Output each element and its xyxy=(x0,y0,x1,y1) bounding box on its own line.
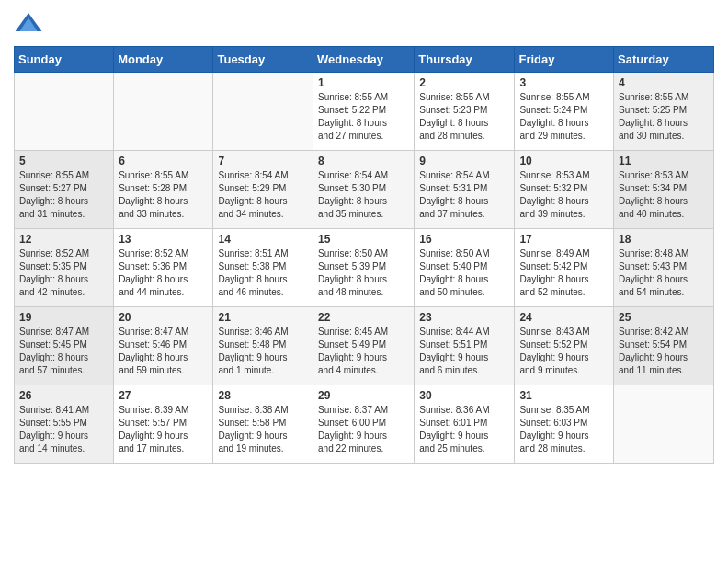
day-info: Sunrise: 8:43 AM Sunset: 5:52 PM Dayligh… xyxy=(519,326,609,377)
day-info: Sunrise: 8:52 AM Sunset: 5:36 PM Dayligh… xyxy=(119,247,208,299)
calendar-cell: 31Sunrise: 8:35 AM Sunset: 6:03 PM Dayli… xyxy=(515,385,614,464)
day-info: Sunrise: 8:55 AM Sunset: 5:24 PM Dayligh… xyxy=(519,91,609,143)
day-info: Sunrise: 8:51 AM Sunset: 5:38 PM Dayligh… xyxy=(218,247,308,299)
day-number: 8 xyxy=(318,155,409,167)
calendar-cell: 28Sunrise: 8:38 AM Sunset: 5:58 PM Dayli… xyxy=(213,385,313,464)
calendar-cell: 11Sunrise: 8:53 AM Sunset: 5:34 PM Dayli… xyxy=(614,151,714,229)
day-info: Sunrise: 8:52 AM Sunset: 5:35 PM Dayligh… xyxy=(19,247,108,299)
day-info: Sunrise: 8:44 AM Sunset: 5:51 PM Dayligh… xyxy=(419,326,509,377)
calendar-cell: 25Sunrise: 8:42 AM Sunset: 5:54 PM Dayli… xyxy=(614,307,714,385)
page-header xyxy=(14,9,714,39)
calendar-cell: 7Sunrise: 8:54 AM Sunset: 5:29 PM Daylig… xyxy=(213,151,313,229)
calendar-cell xyxy=(15,73,114,151)
day-info: Sunrise: 8:38 AM Sunset: 5:58 PM Dayligh… xyxy=(218,404,308,455)
day-info: Sunrise: 8:55 AM Sunset: 5:22 PM Dayligh… xyxy=(318,91,409,143)
day-number: 3 xyxy=(519,76,609,89)
calendar-header: SundayMondayTuesdayWednesdayThursdayFrid… xyxy=(15,47,714,73)
day-number: 15 xyxy=(318,233,409,246)
day-number: 14 xyxy=(218,233,308,246)
day-number: 29 xyxy=(318,389,409,402)
day-number: 9 xyxy=(419,155,509,167)
day-number: 12 xyxy=(19,233,108,246)
day-info: Sunrise: 8:37 AM Sunset: 6:00 PM Dayligh… xyxy=(318,404,409,455)
day-info: Sunrise: 8:42 AM Sunset: 5:54 PM Dayligh… xyxy=(619,326,709,377)
day-info: Sunrise: 8:49 AM Sunset: 5:42 PM Dayligh… xyxy=(519,247,609,299)
calendar-cell: 29Sunrise: 8:37 AM Sunset: 6:00 PM Dayli… xyxy=(313,385,415,464)
calendar-cell: 1Sunrise: 8:55 AM Sunset: 5:22 PM Daylig… xyxy=(313,73,415,151)
day-number: 19 xyxy=(19,311,108,324)
day-number: 6 xyxy=(119,155,208,167)
week-row-4: 19Sunrise: 8:47 AM Sunset: 5:45 PM Dayli… xyxy=(15,307,714,385)
logo xyxy=(14,9,47,39)
calendar-cell: 16Sunrise: 8:50 AM Sunset: 5:40 PM Dayli… xyxy=(415,229,515,307)
day-number: 18 xyxy=(619,233,709,246)
day-number: 10 xyxy=(519,155,609,167)
day-info: Sunrise: 8:53 AM Sunset: 5:32 PM Dayligh… xyxy=(519,169,609,221)
calendar-cell: 4Sunrise: 8:55 AM Sunset: 5:25 PM Daylig… xyxy=(614,73,714,151)
day-info: Sunrise: 8:55 AM Sunset: 5:25 PM Dayligh… xyxy=(619,91,709,143)
day-number: 26 xyxy=(19,389,108,402)
header-wednesday: Wednesday xyxy=(313,47,415,73)
header-saturday: Saturday xyxy=(614,47,714,73)
day-info: Sunrise: 8:45 AM Sunset: 5:49 PM Dayligh… xyxy=(318,326,409,377)
week-row-1: 1Sunrise: 8:55 AM Sunset: 5:22 PM Daylig… xyxy=(15,73,714,151)
week-row-3: 12Sunrise: 8:52 AM Sunset: 5:35 PM Dayli… xyxy=(15,229,714,307)
day-number: 24 xyxy=(519,311,609,324)
day-info: Sunrise: 8:36 AM Sunset: 6:01 PM Dayligh… xyxy=(419,404,509,455)
calendar-cell: 20Sunrise: 8:47 AM Sunset: 5:46 PM Dayli… xyxy=(114,307,213,385)
day-info: Sunrise: 8:55 AM Sunset: 5:27 PM Dayligh… xyxy=(19,169,108,221)
day-info: Sunrise: 8:47 AM Sunset: 5:45 PM Dayligh… xyxy=(19,326,108,377)
calendar-cell: 9Sunrise: 8:54 AM Sunset: 5:31 PM Daylig… xyxy=(415,151,515,229)
day-number: 11 xyxy=(619,155,709,167)
day-number: 4 xyxy=(619,76,709,89)
calendar-cell: 13Sunrise: 8:52 AM Sunset: 5:36 PM Dayli… xyxy=(114,229,213,307)
day-info: Sunrise: 8:55 AM Sunset: 5:28 PM Dayligh… xyxy=(119,169,208,221)
week-row-2: 5Sunrise: 8:55 AM Sunset: 5:27 PM Daylig… xyxy=(15,151,714,229)
week-row-5: 26Sunrise: 8:41 AM Sunset: 5:55 PM Dayli… xyxy=(15,385,714,464)
day-number: 20 xyxy=(119,311,208,324)
calendar-body: 1Sunrise: 8:55 AM Sunset: 5:22 PM Daylig… xyxy=(15,73,714,464)
day-number: 1 xyxy=(318,76,409,89)
calendar-cell: 6Sunrise: 8:55 AM Sunset: 5:28 PM Daylig… xyxy=(114,151,213,229)
day-number: 5 xyxy=(19,155,108,167)
calendar-cell xyxy=(213,73,313,151)
header-friday: Friday xyxy=(515,47,614,73)
calendar-cell: 19Sunrise: 8:47 AM Sunset: 5:45 PM Dayli… xyxy=(15,307,114,385)
header-tuesday: Tuesday xyxy=(213,47,313,73)
day-number: 22 xyxy=(318,311,409,324)
day-number: 7 xyxy=(218,155,308,167)
header-sunday: Sunday xyxy=(15,47,114,73)
day-info: Sunrise: 8:54 AM Sunset: 5:30 PM Dayligh… xyxy=(318,169,409,221)
calendar-cell: 10Sunrise: 8:53 AM Sunset: 5:32 PM Dayli… xyxy=(515,151,614,229)
header-monday: Monday xyxy=(114,47,213,73)
calendar-cell: 22Sunrise: 8:45 AM Sunset: 5:49 PM Dayli… xyxy=(313,307,415,385)
day-number: 13 xyxy=(119,233,208,246)
calendar-cell xyxy=(614,385,714,464)
day-number: 2 xyxy=(419,76,509,89)
day-info: Sunrise: 8:54 AM Sunset: 5:31 PM Dayligh… xyxy=(419,169,509,221)
calendar-cell: 24Sunrise: 8:43 AM Sunset: 5:52 PM Dayli… xyxy=(515,307,614,385)
day-info: Sunrise: 8:35 AM Sunset: 6:03 PM Dayligh… xyxy=(519,404,609,455)
day-number: 31 xyxy=(519,389,609,402)
calendar-table: SundayMondayTuesdayWednesdayThursdayFrid… xyxy=(14,46,714,464)
calendar-cell: 26Sunrise: 8:41 AM Sunset: 5:55 PM Dayli… xyxy=(15,385,114,464)
day-info: Sunrise: 8:39 AM Sunset: 5:57 PM Dayligh… xyxy=(119,404,208,455)
day-number: 23 xyxy=(419,311,509,324)
day-info: Sunrise: 8:47 AM Sunset: 5:46 PM Dayligh… xyxy=(119,326,208,377)
header-thursday: Thursday xyxy=(415,47,515,73)
calendar-cell: 21Sunrise: 8:46 AM Sunset: 5:48 PM Dayli… xyxy=(213,307,313,385)
day-info: Sunrise: 8:50 AM Sunset: 5:40 PM Dayligh… xyxy=(419,247,509,299)
day-info: Sunrise: 8:55 AM Sunset: 5:23 PM Dayligh… xyxy=(419,91,509,143)
day-number: 30 xyxy=(419,389,509,402)
day-number: 25 xyxy=(619,311,709,324)
day-number: 27 xyxy=(119,389,208,402)
day-info: Sunrise: 8:53 AM Sunset: 5:34 PM Dayligh… xyxy=(619,169,709,221)
calendar-cell: 8Sunrise: 8:54 AM Sunset: 5:30 PM Daylig… xyxy=(313,151,415,229)
calendar-cell: 14Sunrise: 8:51 AM Sunset: 5:38 PM Dayli… xyxy=(213,229,313,307)
calendar-cell: 23Sunrise: 8:44 AM Sunset: 5:51 PM Dayli… xyxy=(415,307,515,385)
day-number: 16 xyxy=(419,233,509,246)
calendar-cell: 30Sunrise: 8:36 AM Sunset: 6:01 PM Dayli… xyxy=(415,385,515,464)
day-info: Sunrise: 8:54 AM Sunset: 5:29 PM Dayligh… xyxy=(218,169,308,221)
day-info: Sunrise: 8:48 AM Sunset: 5:43 PM Dayligh… xyxy=(619,247,709,299)
calendar-cell: 17Sunrise: 8:49 AM Sunset: 5:42 PM Dayli… xyxy=(515,229,614,307)
